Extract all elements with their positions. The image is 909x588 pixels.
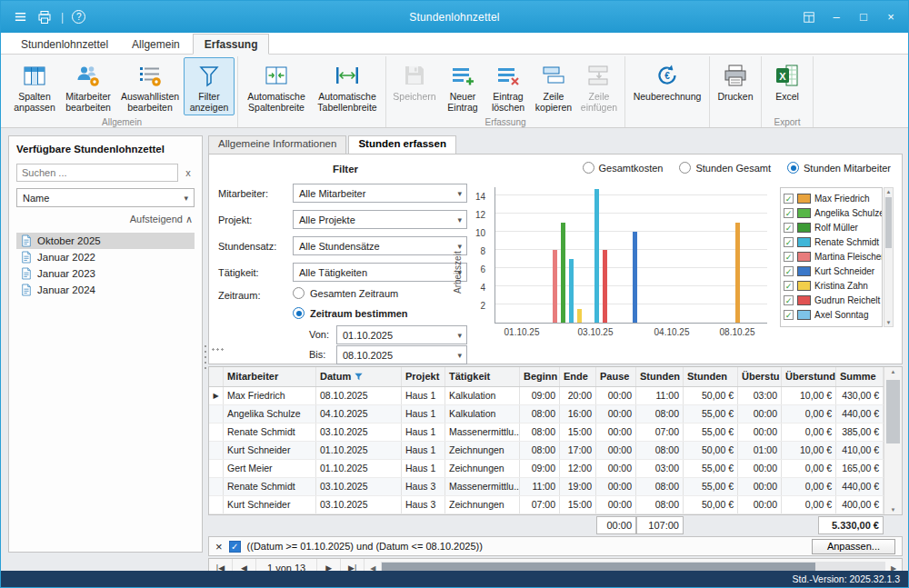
tab-stunden-erfassen[interactable]: Stunden erfassen: [348, 135, 456, 154]
table-row[interactable]: Kurt Schneider01.10.2025Haus 1Zeichnunge…: [209, 442, 884, 460]
sidebar-item[interactable]: Oktober 2025: [16, 233, 195, 249]
neuberechnung-button[interactable]: € Neuberechnung: [628, 57, 706, 115]
column-header[interactable]: Summe: [836, 367, 884, 386]
column-header[interactable]: Stunden: [636, 367, 684, 386]
legend-checkbox[interactable]: ✓: [784, 295, 794, 305]
scroll-up-icon[interactable]: ▲: [884, 189, 893, 194]
clear-search-icon[interactable]: x: [182, 167, 195, 178]
stundensatz-select[interactable]: Alle Stundensätze ▾: [293, 236, 467, 255]
legend-item[interactable]: ✓Axel Sonntag: [784, 307, 882, 322]
sidebar-splitter-handle[interactable]: [204, 344, 207, 369]
view-gesamtkosten-radio[interactable]: Gesamtkosten: [583, 162, 664, 174]
legend-checkbox[interactable]: ✓: [784, 266, 794, 276]
search-input[interactable]: [16, 164, 178, 182]
column-header[interactable]: Stunden: [684, 367, 738, 386]
filter-anzeigen-button[interactable]: Filter anzeigen: [184, 57, 235, 115]
table-cell: 00:00: [596, 405, 636, 423]
menu-tab-stundenlohnzettel[interactable]: Stundenlohnzettel: [10, 35, 119, 54]
table-vertical-scrollbar[interactable]: ▲ ▼: [884, 367, 902, 514]
taetigkeit-select[interactable]: Alle Tätigkeiten ▾: [293, 263, 467, 282]
eintrag-loeschen-button[interactable]: Eintrag löschen: [485, 57, 531, 115]
von-date-select[interactable]: 01.10.2025 ▾: [336, 325, 467, 344]
print-icon[interactable]: [36, 9, 53, 25]
legend-item[interactable]: ✓Gudrun Reichelt: [784, 293, 882, 307]
minimize-button[interactable]: –: [823, 5, 850, 29]
spalten-anpassen-button[interactable]: Spalten anpassen: [9, 57, 60, 115]
projekt-select[interactable]: Alle Projekte ▾: [293, 210, 467, 229]
excel-export-button[interactable]: X Excel: [764, 57, 810, 115]
neuer-eintrag-button[interactable]: Neuer Eintrag: [440, 57, 485, 115]
table-row[interactable]: Gert Meier01.10.2025Haus 1Zeichnungen09:…: [209, 460, 884, 478]
sort-order-toggle[interactable]: Aufsteigend ∧: [16, 214, 195, 225]
help-icon[interactable]: ?: [72, 10, 85, 24]
legend-item[interactable]: ✓Renate Schmidt: [784, 234, 882, 249]
column-header[interactable]: Mitarbeiter: [224, 367, 316, 386]
legend-item[interactable]: ✓Kristina Zahn: [784, 278, 882, 293]
sidebar-item[interactable]: Januar 2023: [16, 265, 195, 282]
table-scrollbar-thumb[interactable]: [886, 380, 900, 443]
tab-allgemeine-informationen[interactable]: Allgemeine Informationen: [208, 135, 346, 154]
view-stunden-gesamt-radio[interactable]: Stunden Gesamt: [679, 162, 771, 174]
legend-scrollbar[interactable]: ▲ ▼: [884, 187, 894, 327]
legend-item[interactable]: ✓Martina Fleischer: [784, 249, 882, 264]
legend-checkbox[interactable]: ✓: [784, 310, 794, 320]
maximize-button[interactable]: □: [850, 5, 877, 29]
anpassen-button[interactable]: Anpassen...: [812, 539, 895, 554]
zeitraum-bestimmen-radio[interactable]: Zeitraum bestimmen: [293, 307, 408, 319]
zeile-einfuegen-button[interactable]: Zeile einfügen: [576, 57, 622, 115]
table-row[interactable]: Renate Schmidt03.10.2025Haus 1Massenermi…: [209, 424, 884, 442]
legend-item[interactable]: ✓Max Friedrich: [784, 191, 882, 205]
view-stunden-mitarbeiter-radio[interactable]: Stunden Mitarbeiter: [787, 162, 891, 174]
drucken-button[interactable]: Drucken: [713, 57, 758, 115]
column-header[interactable]: Überstunde: [782, 367, 836, 386]
legend-item[interactable]: ✓Angelika Schulze: [784, 205, 882, 220]
menu-tab-allgemein[interactable]: Allgemein: [121, 35, 191, 54]
auswahllisten-bearbeiten-button[interactable]: Auswahllisten bearbeiten: [116, 57, 184, 115]
mitarbeiter-bearbeiten-button[interactable]: Mitarbeiter bearbeiten: [60, 57, 116, 115]
table-cell: Zeichnungen: [445, 442, 520, 459]
sort-field-select[interactable]: Name ▾: [16, 188, 195, 207]
close-button[interactable]: ×: [877, 5, 904, 29]
mitarbeiter-select[interactable]: Alle Mitarbeiter ▾: [293, 184, 467, 203]
column-header[interactable]: Datum: [316, 367, 402, 386]
table-row[interactable]: Angelika Schulze04.10.2025Haus 1Kalkulat…: [209, 405, 884, 424]
table-row[interactable]: Kurt Schneider03.10.2025Haus 3Zeichnunge…: [209, 496, 884, 514]
column-header[interactable]: Pause: [596, 367, 636, 386]
menu-tab-erfassung[interactable]: Erfassung: [193, 34, 270, 55]
sidebar-item[interactable]: Januar 2022: [16, 249, 195, 265]
column-header[interactable]: Überstu: [738, 367, 782, 386]
legend-checkbox[interactable]: ✓: [784, 252, 794, 262]
legend-checkbox[interactable]: ✓: [784, 281, 794, 291]
column-header[interactable]: Tätigkeit: [445, 367, 520, 386]
column-filter-icon[interactable]: [354, 372, 364, 382]
gesamten-zeitraum-radio[interactable]: Gesamten Zeitraum: [293, 287, 398, 299]
projekt-value: Alle Projekte: [299, 214, 355, 225]
sidebar-item[interactable]: Januar 2024: [16, 282, 195, 298]
column-header[interactable]: Beginn: [520, 367, 560, 386]
legend-checkbox[interactable]: ✓: [784, 237, 794, 247]
panel-splitter-handle[interactable]: [211, 347, 225, 352]
app-menu-icon[interactable]: [12, 9, 28, 25]
scroll-down-icon[interactable]: ▼: [884, 507, 902, 513]
scroll-up-icon[interactable]: ▲: [884, 369, 902, 374]
legend-checkbox[interactable]: ✓: [784, 223, 794, 233]
zeile-kopieren-button[interactable]: Zeile kopieren: [531, 57, 576, 115]
column-header[interactable]: [209, 367, 224, 386]
bis-date-select[interactable]: 08.10.2025 ▾: [336, 345, 467, 364]
automatische-spaltenbreite-button[interactable]: Automatische Spaltenbreite: [241, 57, 312, 115]
legend-item[interactable]: ✓Kurt Schneider: [784, 264, 882, 278]
filter-active-checkbox[interactable]: ✓: [229, 541, 241, 553]
layout-icon[interactable]: [795, 5, 823, 29]
column-header[interactable]: Projekt: [402, 367, 445, 386]
speichern-button[interactable]: Speichern: [389, 57, 440, 115]
legend-item[interactable]: ✓Rolf Müller: [784, 220, 882, 234]
legend-checkbox[interactable]: ✓: [784, 194, 794, 204]
legend-scrollbar-thumb[interactable]: [885, 197, 892, 248]
remove-filter-icon[interactable]: ×: [215, 542, 223, 552]
automatische-tabellenbreite-button[interactable]: Automatische Tabellenbreite: [312, 57, 383, 115]
table-row[interactable]: Renate Schmidt03.10.2025Haus 3Massenermi…: [209, 478, 884, 496]
scroll-down-icon[interactable]: ▼: [884, 320, 893, 325]
legend-checkbox[interactable]: ✓: [784, 208, 794, 218]
column-header[interactable]: Ende: [560, 367, 596, 386]
table-row[interactable]: ▶Max Friedrich08.10.2025Haus 1Kalkulatio…: [209, 387, 884, 405]
